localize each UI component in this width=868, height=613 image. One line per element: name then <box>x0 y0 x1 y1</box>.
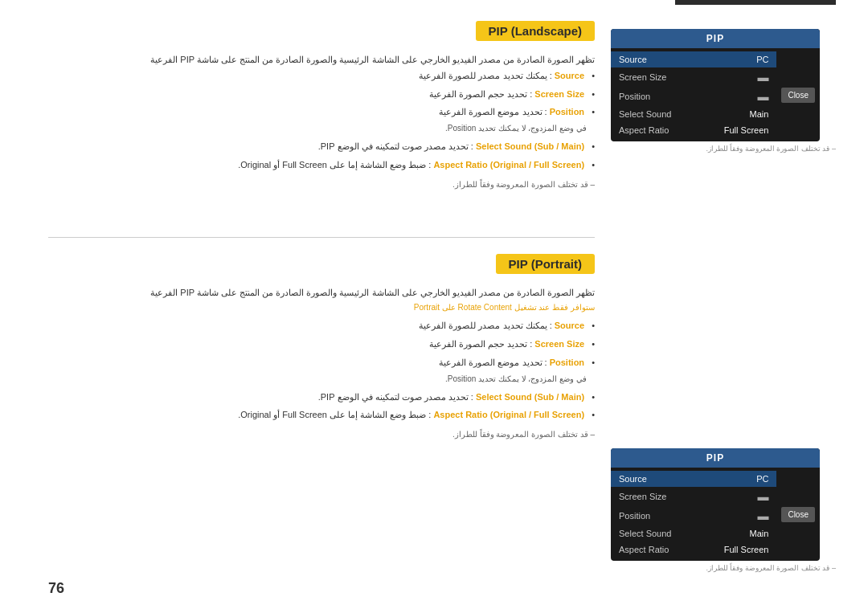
page-number: 76 <box>0 572 868 613</box>
pip2-row-screen-size[interactable]: Screen Size ▬ <box>611 487 776 506</box>
pip2-header: PIP <box>611 448 820 468</box>
pip2-position-icon: ▬ <box>757 509 768 522</box>
section2-block: PIP (Portrait) تظهر الصورة الصادرة من مص… <box>48 254 595 456</box>
section2-main-text: تظهر الصورة الصادرة من مصدر الفيديو الخا… <box>48 285 595 424</box>
pip2-row-aspect-ratio[interactable]: Aspect Ratio Full Screen <box>611 541 776 558</box>
section1-block: PIP (Landscape) تظهر الصورة الصادرة من م… <box>48 21 595 205</box>
pip1-menu: Source PC Screen Size ▬ Position ▬ <box>611 48 776 141</box>
pip2-row-select-sound[interactable]: Select Sound Main <box>611 525 776 541</box>
pip-panel-2: PIP Source PC Screen Size ▬ <box>611 448 820 561</box>
section2-title: PIP (Portrait) <box>496 254 595 274</box>
pip2-row-source[interactable]: Source PC <box>611 471 776 487</box>
pip2-screen-size-icon: ▬ <box>757 490 768 503</box>
pip1-row-aspect-ratio[interactable]: Aspect Ratio Full Screen <box>611 122 776 138</box>
pip1-screen-size-icon: ▬ <box>757 71 768 84</box>
section1-footnote: – قد تختلف الصورة المعروضة وفقاً للطراز. <box>48 180 595 189</box>
pip2-row-position[interactable]: Position ▬ <box>611 506 776 525</box>
pip1-row-source[interactable]: Source PC <box>611 51 776 67</box>
section2-footnote: – قد تختلف الصورة المعروضة وفقاً للطراز. <box>48 430 595 439</box>
pip2-note: – قد تختلف الصورة المعروضة وفقاً للطراز. <box>611 564 836 572</box>
pip2-menu: Source PC Screen Size ▬ Position ▬ <box>611 468 776 561</box>
pip1-row-position[interactable]: Position ▬ <box>611 87 776 106</box>
section1-title: PIP (Landscape) <box>476 21 595 41</box>
pip2-close-button[interactable]: Close <box>781 507 815 522</box>
pip1-note: – قد تختلف الصورة المعروضة وفقاً للطراز. <box>611 145 836 153</box>
page: PIP (Landscape) تظهر الصورة الصادرة من م… <box>0 0 868 613</box>
pip1-close-col: Close <box>776 48 820 141</box>
pip2-close-col: Close <box>776 468 820 561</box>
pip-panel-1: PIP Source PC Screen Size ▬ <box>611 29 820 141</box>
pip1-close-button[interactable]: Close <box>781 88 815 103</box>
section-divider <box>48 237 595 238</box>
pip1-header: PIP <box>611 29 820 48</box>
pip1-position-icon: ▬ <box>757 90 768 103</box>
section1-main-text: تظهر الصورة الصادرة من مصدر الفيديو الخا… <box>48 52 595 174</box>
pip-panel-1-wrapper: PIP Source PC Screen Size ▬ <box>611 29 836 153</box>
pip-panel-2-wrapper: PIP Source PC Screen Size ▬ <box>611 448 836 572</box>
pip1-row-select-sound[interactable]: Select Sound Main <box>611 106 776 122</box>
pip1-row-screen-size[interactable]: Screen Size ▬ <box>611 67 776 87</box>
